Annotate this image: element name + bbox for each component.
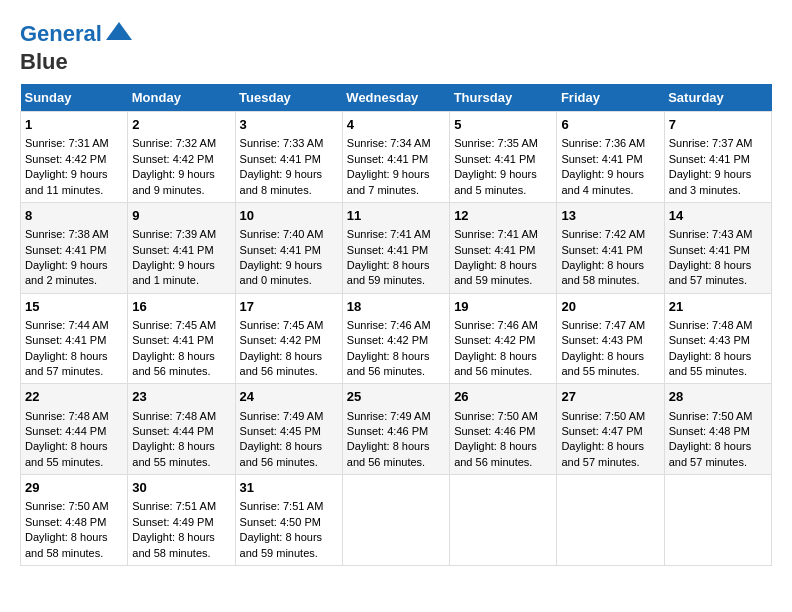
day-number: 24 (240, 388, 338, 406)
day-number: 26 (454, 388, 552, 406)
sunrise: Sunrise: 7:45 AM (132, 319, 216, 331)
sunset: Sunset: 4:41 PM (240, 244, 321, 256)
sunset: Sunset: 4:41 PM (454, 244, 535, 256)
sunrise: Sunrise: 7:48 AM (25, 410, 109, 422)
logo: GeneralBlue (20, 20, 134, 74)
sunrise: Sunrise: 7:41 AM (454, 228, 538, 240)
sunset: Sunset: 4:45 PM (240, 425, 321, 437)
sunset: Sunset: 4:41 PM (25, 244, 106, 256)
header-sunday: Sunday (21, 84, 128, 112)
calendar-cell: 19Sunrise: 7:46 AMSunset: 4:42 PMDayligh… (450, 293, 557, 384)
daylight: Daylight: 8 hours and 56 minutes. (454, 350, 537, 377)
sunrise: Sunrise: 7:40 AM (240, 228, 324, 240)
sunrise: Sunrise: 7:36 AM (561, 137, 645, 149)
sunset: Sunset: 4:42 PM (347, 334, 428, 346)
sunrise: Sunrise: 7:49 AM (347, 410, 431, 422)
week-row-4: 22Sunrise: 7:48 AMSunset: 4:44 PMDayligh… (21, 384, 772, 475)
page-header: GeneralBlue (20, 20, 772, 74)
daylight: Daylight: 9 hours and 11 minutes. (25, 168, 108, 195)
calendar-cell: 11Sunrise: 7:41 AMSunset: 4:41 PMDayligh… (342, 202, 449, 293)
daylight: Daylight: 8 hours and 58 minutes. (25, 531, 108, 558)
sunset: Sunset: 4:41 PM (669, 244, 750, 256)
calendar-cell: 6Sunrise: 7:36 AMSunset: 4:41 PMDaylight… (557, 112, 664, 203)
day-number: 29 (25, 479, 123, 497)
calendar-cell: 8Sunrise: 7:38 AMSunset: 4:41 PMDaylight… (21, 202, 128, 293)
daylight: Daylight: 8 hours and 56 minutes. (240, 440, 323, 467)
header-row: SundayMondayTuesdayWednesdayThursdayFrid… (21, 84, 772, 112)
calendar-cell: 4Sunrise: 7:34 AMSunset: 4:41 PMDaylight… (342, 112, 449, 203)
sunset: Sunset: 4:46 PM (347, 425, 428, 437)
daylight: Daylight: 9 hours and 7 minutes. (347, 168, 430, 195)
daylight: Daylight: 8 hours and 58 minutes. (132, 531, 215, 558)
calendar-cell: 23Sunrise: 7:48 AMSunset: 4:44 PMDayligh… (128, 384, 235, 475)
day-number: 22 (25, 388, 123, 406)
calendar-cell (557, 475, 664, 566)
calendar-cell: 25Sunrise: 7:49 AMSunset: 4:46 PMDayligh… (342, 384, 449, 475)
sunset: Sunset: 4:41 PM (25, 334, 106, 346)
calendar-cell: 20Sunrise: 7:47 AMSunset: 4:43 PMDayligh… (557, 293, 664, 384)
sunrise: Sunrise: 7:46 AM (347, 319, 431, 331)
calendar-cell: 21Sunrise: 7:48 AMSunset: 4:43 PMDayligh… (664, 293, 771, 384)
sunrise: Sunrise: 7:47 AM (561, 319, 645, 331)
calendar-cell: 13Sunrise: 7:42 AMSunset: 4:41 PMDayligh… (557, 202, 664, 293)
logo-icon (104, 20, 134, 50)
calendar-cell: 26Sunrise: 7:50 AMSunset: 4:46 PMDayligh… (450, 384, 557, 475)
calendar-cell: 9Sunrise: 7:39 AMSunset: 4:41 PMDaylight… (128, 202, 235, 293)
sunrise: Sunrise: 7:44 AM (25, 319, 109, 331)
calendar-cell: 7Sunrise: 7:37 AMSunset: 4:41 PMDaylight… (664, 112, 771, 203)
sunset: Sunset: 4:41 PM (561, 153, 642, 165)
day-number: 20 (561, 298, 659, 316)
sunrise: Sunrise: 7:48 AM (132, 410, 216, 422)
calendar-cell: 22Sunrise: 7:48 AMSunset: 4:44 PMDayligh… (21, 384, 128, 475)
calendar-cell: 17Sunrise: 7:45 AMSunset: 4:42 PMDayligh… (235, 293, 342, 384)
daylight: Daylight: 8 hours and 56 minutes. (240, 350, 323, 377)
day-number: 9 (132, 207, 230, 225)
sunset: Sunset: 4:49 PM (132, 516, 213, 528)
day-number: 1 (25, 116, 123, 134)
daylight: Daylight: 8 hours and 56 minutes. (132, 350, 215, 377)
sunset: Sunset: 4:44 PM (25, 425, 106, 437)
calendar-cell (450, 475, 557, 566)
sunrise: Sunrise: 7:50 AM (25, 500, 109, 512)
sunrise: Sunrise: 7:50 AM (561, 410, 645, 422)
sunset: Sunset: 4:42 PM (240, 334, 321, 346)
day-number: 21 (669, 298, 767, 316)
sunset: Sunset: 4:42 PM (132, 153, 213, 165)
sunrise: Sunrise: 7:37 AM (669, 137, 753, 149)
week-row-3: 15Sunrise: 7:44 AMSunset: 4:41 PMDayligh… (21, 293, 772, 384)
sunrise: Sunrise: 7:43 AM (669, 228, 753, 240)
day-number: 27 (561, 388, 659, 406)
calendar-cell: 14Sunrise: 7:43 AMSunset: 4:41 PMDayligh… (664, 202, 771, 293)
week-row-2: 8Sunrise: 7:38 AMSunset: 4:41 PMDaylight… (21, 202, 772, 293)
daylight: Daylight: 8 hours and 57 minutes. (25, 350, 108, 377)
calendar-cell: 31Sunrise: 7:51 AMSunset: 4:50 PMDayligh… (235, 475, 342, 566)
day-number: 18 (347, 298, 445, 316)
sunset: Sunset: 4:48 PM (25, 516, 106, 528)
calendar-cell: 2Sunrise: 7:32 AMSunset: 4:42 PMDaylight… (128, 112, 235, 203)
calendar-cell: 27Sunrise: 7:50 AMSunset: 4:47 PMDayligh… (557, 384, 664, 475)
sunset: Sunset: 4:41 PM (561, 244, 642, 256)
sunset: Sunset: 4:43 PM (561, 334, 642, 346)
sunrise: Sunrise: 7:31 AM (25, 137, 109, 149)
sunset: Sunset: 4:41 PM (347, 244, 428, 256)
daylight: Daylight: 8 hours and 57 minutes. (561, 440, 644, 467)
sunset: Sunset: 4:42 PM (454, 334, 535, 346)
daylight: Daylight: 9 hours and 4 minutes. (561, 168, 644, 195)
daylight: Daylight: 9 hours and 5 minutes. (454, 168, 537, 195)
sunset: Sunset: 4:41 PM (454, 153, 535, 165)
header-tuesday: Tuesday (235, 84, 342, 112)
daylight: Daylight: 8 hours and 58 minutes. (561, 259, 644, 286)
svg-marker-0 (106, 22, 132, 40)
daylight: Daylight: 9 hours and 9 minutes. (132, 168, 215, 195)
day-number: 7 (669, 116, 767, 134)
sunset: Sunset: 4:41 PM (347, 153, 428, 165)
calendar-cell (342, 475, 449, 566)
sunrise: Sunrise: 7:38 AM (25, 228, 109, 240)
daylight: Daylight: 9 hours and 8 minutes. (240, 168, 323, 195)
sunrise: Sunrise: 7:45 AM (240, 319, 324, 331)
daylight: Daylight: 8 hours and 55 minutes. (132, 440, 215, 467)
sunset: Sunset: 4:50 PM (240, 516, 321, 528)
calendar-cell: 29Sunrise: 7:50 AMSunset: 4:48 PMDayligh… (21, 475, 128, 566)
header-friday: Friday (557, 84, 664, 112)
sunrise: Sunrise: 7:39 AM (132, 228, 216, 240)
